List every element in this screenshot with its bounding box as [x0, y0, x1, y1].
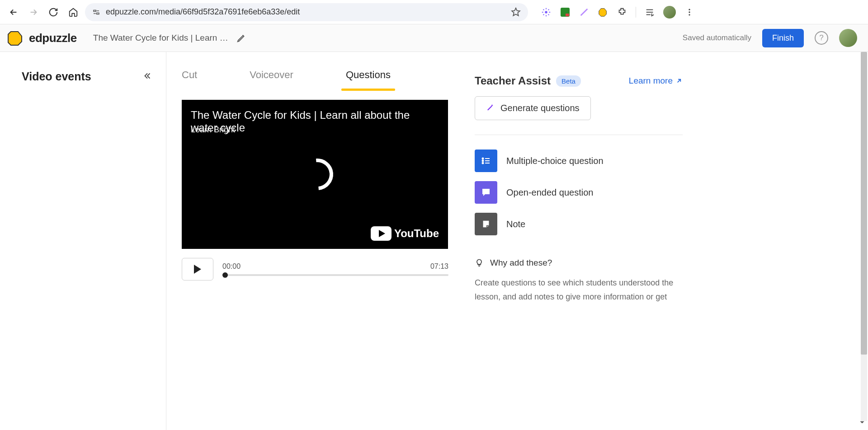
video-player[interactable]: The Water Cycle for Kids | Learn all abo… — [182, 100, 448, 249]
question-type-list: Multiple-choice question Open-ended ques… — [475, 150, 683, 235]
note-icon — [475, 213, 497, 235]
edit-title-icon[interactable] — [236, 33, 246, 43]
address-bar[interactable]: edpuzzle.com/media/66f9d5f32a7691fe6eb6a… — [85, 3, 528, 21]
browser-toolbar: edpuzzle.com/media/66f9d5f32a7691fe6eb6a… — [0, 0, 868, 24]
extension-icon-2[interactable] — [560, 7, 571, 18]
external-link-icon — [675, 77, 683, 84]
forward-button[interactable] — [25, 4, 42, 20]
collapse-sidebar-icon[interactable] — [142, 71, 152, 83]
content-area: Cut Voiceover Questions The Water Cycle … — [166, 52, 868, 430]
beta-badge: Beta — [556, 75, 581, 87]
svg-rect-0 — [94, 10, 96, 11]
extension-icons — [541, 6, 695, 19]
play-icon — [194, 265, 201, 274]
scroll-down-icon[interactable] — [859, 419, 865, 427]
right-panel: Teacher Assist Beta Learn more Generate … — [475, 52, 683, 430]
tab-cut[interactable]: Cut — [182, 69, 197, 91]
save-status: Saved automatically — [683, 33, 751, 42]
profile-avatar-browser[interactable] — [663, 6, 676, 19]
time-current: 00:00 — [222, 262, 241, 271]
url-text: edpuzzle.com/media/66f9d5f32a7691fe6eb6a… — [106, 7, 505, 17]
profile-avatar-app[interactable] — [839, 29, 857, 47]
wand-icon — [486, 103, 494, 113]
home-button[interactable] — [65, 4, 81, 20]
svg-line-12 — [548, 9, 549, 10]
timeline-slider[interactable] — [222, 274, 448, 276]
finish-button[interactable]: Finish — [762, 29, 804, 47]
generate-questions-button[interactable]: Generate questions — [475, 96, 591, 120]
tab-questions[interactable]: Questions — [346, 69, 391, 91]
document-title[interactable]: The Water Cycle for Kids | Learn … — [93, 33, 228, 43]
why-section: Why add these? Create questions to see w… — [475, 258, 683, 304]
toolbar-divider — [636, 7, 636, 18]
why-text: Create questions to see which students u… — [475, 276, 683, 304]
main-area: Video events Cut Voiceover Questions The… — [0, 52, 868, 430]
add-note[interactable]: Note — [475, 213, 683, 235]
video-channel: Learn Bright — [191, 125, 235, 135]
svg-point-19 — [482, 158, 484, 159]
add-open-ended[interactable]: Open-ended question — [475, 181, 683, 204]
svg-point-18 — [689, 14, 690, 15]
divider — [475, 135, 683, 135]
youtube-logo[interactable]: YouTube — [371, 226, 439, 241]
teacher-assist-title: Teacher Assist — [475, 75, 551, 87]
learn-more-link[interactable]: Learn more — [629, 76, 683, 86]
svg-line-10 — [548, 14, 549, 15]
svg-rect-1 — [97, 13, 99, 14]
svg-line-11 — [543, 14, 544, 15]
add-multiple-choice[interactable]: Multiple-choice question — [475, 150, 683, 172]
logo-text: edpuzzle — [29, 31, 77, 45]
back-button[interactable] — [5, 4, 22, 20]
open-ended-icon — [475, 181, 497, 204]
loading-spinner-icon — [295, 152, 340, 197]
edpuzzle-logo-icon — [7, 29, 25, 47]
extension-icon-1[interactable] — [541, 7, 552, 18]
sidebar-title: Video events — [22, 70, 91, 83]
scrollbar[interactable] — [861, 52, 867, 421]
help-button[interactable]: ? — [815, 31, 828, 45]
why-heading: Why add these? — [490, 258, 552, 268]
svg-point-4 — [545, 11, 547, 14]
reload-button[interactable] — [45, 4, 61, 20]
scrollbar-thumb[interactable] — [861, 52, 867, 355]
youtube-play-icon — [371, 226, 392, 241]
svg-point-23 — [482, 163, 484, 164]
bookmark-star-icon[interactable] — [511, 7, 521, 17]
browser-menu-icon[interactable] — [684, 7, 695, 18]
multiple-choice-label: Multiple-choice question — [506, 156, 604, 166]
svg-point-17 — [689, 11, 690, 13]
extensions-menu-icon[interactable] — [617, 7, 627, 18]
reading-list-icon[interactable] — [644, 7, 655, 18]
svg-point-16 — [689, 9, 690, 10]
app-header: edpuzzle The Water Cycle for Kids | Lear… — [0, 24, 868, 52]
svg-line-9 — [543, 9, 544, 10]
note-label: Note — [506, 219, 525, 229]
extension-icon-4[interactable] — [598, 7, 609, 18]
tab-voiceover[interactable]: Voiceover — [250, 69, 293, 91]
play-button[interactable] — [182, 258, 213, 280]
site-settings-icon — [92, 8, 100, 16]
editor-tabs: Cut Voiceover Questions — [182, 52, 448, 91]
time-total: 07:13 — [430, 262, 448, 271]
lightbulb-icon — [475, 258, 484, 267]
extension-icon-3[interactable] — [579, 7, 590, 18]
logo[interactable]: edpuzzle — [7, 29, 77, 47]
svg-point-21 — [482, 160, 484, 162]
timeline-handle[interactable] — [222, 272, 228, 278]
sidebar: Video events — [0, 52, 166, 430]
open-ended-label: Open-ended question — [506, 187, 593, 198]
playback-controls: 00:00 07:13 — [182, 258, 448, 280]
multiple-choice-icon — [475, 150, 497, 172]
youtube-text: YouTube — [394, 227, 439, 240]
